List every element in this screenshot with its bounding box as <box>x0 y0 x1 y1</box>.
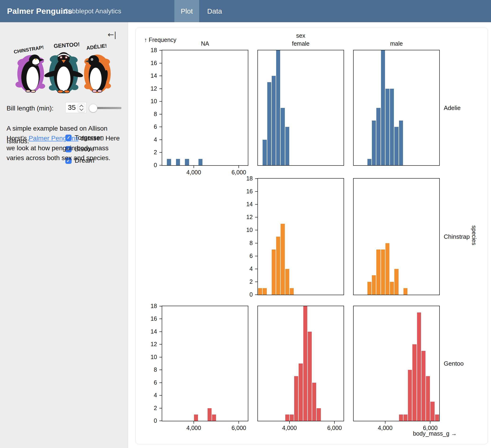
artwork-label-gentoo: GENTOO! <box>53 41 80 49</box>
app-title: Palmer Penguins <box>7 0 72 22</box>
sidebar-collapse-icon[interactable]: ←| <box>108 30 117 39</box>
penguin-artwork: CHINSTRAP! GENTOO! ADÉLIE! <box>9 38 119 95</box>
palmer-penguins-link[interactable]: Palmer Penguins <box>28 134 78 142</box>
artwork-label-chinstrap: CHINSTRAP! <box>13 45 44 55</box>
app-subtitle: Cobblepot Analytics <box>64 0 121 22</box>
tab-plot-label: Plot <box>181 7 193 15</box>
app-window: Palmer Penguins Cobblepot Analytics Plot… <box>0 0 491 448</box>
bill-length-slider[interactable] <box>90 107 122 109</box>
bill-length-input-box <box>65 102 87 113</box>
header-bar: Palmer Penguins Cobblepot Analytics Plot… <box>0 0 491 22</box>
bill-length-label: Bill length (min): <box>7 105 54 112</box>
sidebar: ←| <box>0 22 128 448</box>
artwork-label-adelie: ADÉLIE! <box>86 43 107 51</box>
bill-length-stepper[interactable] <box>78 104 85 112</box>
tab-plot[interactable]: Plot <box>174 0 199 22</box>
bill-length-input[interactable] <box>68 103 78 112</box>
description-text: A simple example based on Allison Horst’… <box>7 124 123 163</box>
slider-knob[interactable] <box>89 104 97 112</box>
tab-data-label: Data <box>207 7 222 15</box>
tab-data[interactable]: Data <box>199 0 230 22</box>
plot-card <box>135 28 488 444</box>
